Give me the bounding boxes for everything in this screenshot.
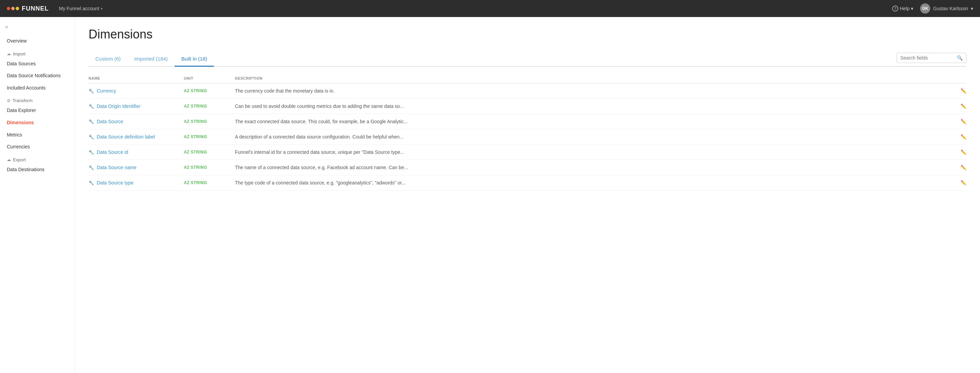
sidebar-collapse-button[interactable]: « [0,22,75,35]
sidebar-item-data-explorer[interactable]: Data Explorer [0,105,75,117]
table-row: 🔧 Data Source id AZ STRING Funnel's inte… [89,144,966,160]
table-row: 🔧 Data Source AZ STRING The exact connec… [89,114,966,129]
tab-imported[interactable]: Imported (184) [127,52,174,67]
sidebar-item-data-destinations[interactable]: Data Destinations [0,164,75,176]
wrench-icon: 🔧 [89,89,94,94]
sidebar-item-label: Data Sources [7,60,36,67]
dimension-name-label: Currency [97,88,116,94]
edit-icon[interactable]: ✏️ [953,134,966,140]
dimension-name[interactable]: 🔧 Data Source type [89,180,184,186]
dimension-unit: AZ STRING [184,165,235,170]
sidebar-item-label: Included Accounts [7,85,46,92]
dimension-name-label: Data Source name [97,165,137,170]
sidebar: « Overview ☁ Import Data Sources Data So… [0,17,75,373]
dimension-name[interactable]: 🔧 Data Origin Identifier [89,103,184,109]
dimension-name-label: Data Source [97,119,123,124]
tab-custom[interactable]: Custom (6) [89,52,127,67]
search-icon: 🔍 [957,55,963,60]
edit-icon[interactable]: ✏️ [953,180,966,186]
dimension-description: A description of a connected data source… [235,134,953,140]
page-title: Dimensions [89,27,966,41]
dimension-description: The name of a connected data source, e.g… [235,165,953,170]
unit-type-label: STRING [191,119,207,124]
unit-type-label: STRING [191,180,207,185]
wrench-icon: 🔧 [89,165,94,170]
sidebar-section-export: ☁ Export [0,153,75,164]
table-row: 🔧 Data Source name AZ STRING The name of… [89,160,966,175]
sidebar-item-label: Dimensions [7,119,34,126]
export-cloud-icon: ☁ [7,157,11,162]
col-header-actions [953,76,966,80]
logo-dot-3 [16,7,19,10]
dimension-name[interactable]: 🔧 Data Source name [89,165,184,170]
account-name: My Funnel account [59,6,99,11]
edit-icon[interactable]: ✏️ [953,165,966,170]
table-header: NAME UNIT DESCRIPTION [89,73,966,83]
sidebar-item-included-accounts[interactable]: Included Accounts [0,82,75,94]
top-navigation: FUNNEL My Funnel account ▾ ? Help ▾ GK G… [0,0,980,17]
dimension-name[interactable]: 🔧 Currency [89,88,184,94]
help-button[interactable]: ? Help ▾ [892,5,913,11]
sidebar-item-label: Overview [7,38,27,44]
unit-type-label: STRING [191,104,207,109]
tab-builtin[interactable]: Built in (18) [175,52,214,67]
user-name: Gustav Karlsson [933,6,968,11]
wrench-icon: 🔧 [89,135,94,140]
dimension-unit: AZ STRING [184,150,235,154]
dimension-name[interactable]: 🔧 Data Source id [89,149,184,155]
col-header-description: DESCRIPTION [235,76,953,80]
edit-icon[interactable]: ✏️ [953,88,966,94]
unit-type-label: STRING [191,150,207,154]
edit-icon[interactable]: ✏️ [953,149,966,155]
sidebar-item-overview[interactable]: Overview [0,35,75,47]
table-row: 🔧 Data Origin Identifier AZ STRING Can b… [89,99,966,114]
dimension-name-label: Data Origin Identifier [97,103,140,109]
sidebar-item-label: Data Explorer [7,107,36,114]
unit-az-label: AZ [184,89,189,93]
unit-az-label: AZ [184,150,189,154]
table-row: 🔧 Currency AZ STRING The currency code t… [89,83,966,99]
dimension-unit: AZ STRING [184,104,235,109]
dimension-description: The type code of a connected data source… [235,180,953,186]
cloud-icon: ☁ [7,51,11,56]
dimension-name[interactable]: 🔧 Data Source definition label [89,134,184,140]
unit-az-label: AZ [184,119,189,124]
page-layout: « Overview ☁ Import Data Sources Data So… [0,17,980,373]
dimension-name-label: Data Source id [97,149,128,155]
logo-dot-1 [7,7,10,10]
dimension-description: Funnel's internal id for a connected dat… [235,149,953,155]
unit-az-label: AZ [184,180,189,185]
avatar: GK [920,3,930,14]
sidebar-item-currencies[interactable]: Currencies [0,141,75,153]
edit-icon[interactable]: ✏️ [953,103,966,109]
logo-icon [7,7,19,10]
sidebar-item-metrics[interactable]: Metrics [0,129,75,141]
transform-section-label: Transform [13,98,33,103]
account-selector[interactable]: My Funnel account ▾ [59,6,102,11]
unit-az-label: AZ [184,165,189,170]
dimension-name[interactable]: 🔧 Data Source [89,119,184,124]
sidebar-item-data-sources[interactable]: Data Sources [0,58,75,70]
chevron-down-icon: ▾ [101,7,102,11]
gear-icon: ⚙ [7,98,11,103]
dimension-unit: AZ STRING [184,180,235,185]
edit-icon[interactable]: ✏️ [953,119,966,124]
wrench-icon: 🔧 [89,104,94,109]
tabs-bar: Custom (6) Imported (184) Built in (18) … [89,52,966,67]
search-input[interactable] [900,55,955,60]
dimension-description: Can be used to avoid double counting met… [235,103,953,109]
sidebar-item-label: Currencies [7,144,30,151]
table-row: 🔧 Data Source definition label AZ STRING… [89,129,966,144]
dimension-description: The currency code that the monetary data… [235,88,953,94]
dimension-unit: AZ STRING [184,119,235,124]
import-section-label: Import [13,51,25,57]
user-menu-button[interactable]: GK Gustav Karlsson ▾ [920,3,973,14]
sidebar-item-label: Data Source Notifications [7,73,60,79]
table-row: 🔧 Data Source type AZ STRING The type co… [89,175,966,190]
sidebar-item-data-source-notifications[interactable]: Data Source Notifications [0,70,75,82]
help-icon: ? [892,5,898,11]
dimension-description: The exact connected data source. This co… [235,119,953,124]
sidebar-item-label: Metrics [7,132,22,138]
sidebar-item-dimensions[interactable]: Dimensions [0,117,75,129]
logo-text: FUNNEL [22,5,49,12]
